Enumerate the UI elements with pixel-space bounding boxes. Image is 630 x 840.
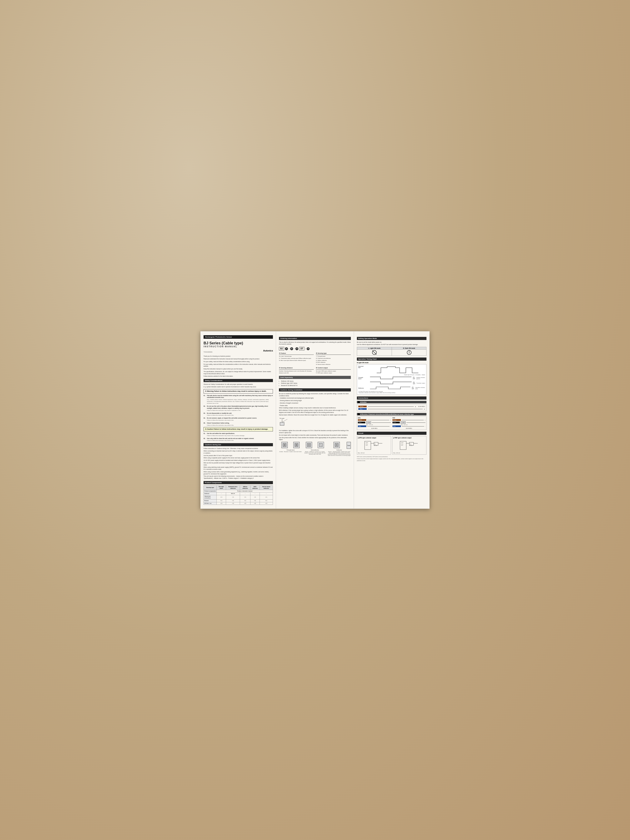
table-col-polarized: Polarized retro-reflective [226,485,240,490]
safety-item-5-detail: Failure to follow this instruction may r… [207,425,234,426]
reflective-wave-container [370,386,411,390]
feature-columns-2: ② Sensing distance Number: Sensing dista… [279,367,351,374]
use-caution-9: This unit may be used in the following e… [204,475,273,479]
mode-table: L: Light ON mode D: Dark ON mode [357,347,426,356]
dark-on-icon [407,350,412,355]
reflective-label: Reflective [328,449,351,451]
install-notes: For installation, tighten the screw with… [279,429,351,441]
product-type: Rectangular Photoelectric Sensor [205,336,271,338]
feature-col-title-1: ① Feature [279,352,314,355]
through-indicator: Stability indicator(green) [416,377,425,379]
sensor-reflective-icon [335,443,339,447]
use-cautions-content: Follow instructions in 'Cautions during … [204,447,273,479]
pnp-black-wire: Black [393,422,400,423]
install-caution-2: - Installation environment and backgroun… [279,397,351,399]
sensing-distance-col: ② Sensing distance Number: Sensing dista… [279,367,314,374]
emitter-connections: ■ Emitter Brown ⊕ 12-24 VDC± Blue ⊖ [357,401,426,411]
pnp-label: PNP [393,417,425,418]
feature-2: G: Transparent glass sensing type (Diffu… [279,357,314,360]
npn-black-wire: Black [358,422,365,423]
install-caution-7: BGS reflective: If the sensing target ha… [279,409,351,414]
sold-separately-header: Sold Separately [279,376,351,379]
install-caution-4: - Direction of target's movement [279,402,351,404]
receiver-wire-diagram: NPN Brown + Black LOAD Max. 100 mA [357,416,426,430]
safety-item-4: 04. Do not connect, repair, or inspect t… [204,417,273,421]
sensing-type-2: R: Polarized retroreflective [316,357,351,360]
receiver-icon [294,443,298,447]
svg-point-4 [284,444,286,446]
reflector-box [318,442,324,448]
pnp-voltage: 12-24 VDC± [393,428,425,429]
safety-item-5-title: Check 'Connections' before wiring. [207,422,229,424]
through-beam-label: Through-beam [279,449,302,451]
received-light-svg [370,366,425,374]
emitter-box [281,442,288,448]
intro-line-2: Read and understand the instruction manu… [204,358,273,360]
timing-indicator-note: • Operation indicator and transistor out… [358,392,425,393]
sensing-dist-title: ② Sensing distance [279,367,314,369]
circuit-header: Circuit [357,432,426,435]
emitter-square-icon [358,401,360,403]
through-beam-wave-container [370,376,412,380]
timing-reflective-row: Reflective ON OFF Operation indicator(re… [358,386,425,390]
dash-3: - [305,348,306,350]
setting-mode-notes: Be sure to set the mode before power-on.… [357,341,426,346]
caution-item-1-title: Use the unit within the rated specificat… [207,433,235,434]
sensor-retro-icon [307,443,311,447]
reflective-timing-label: Reflective [358,387,369,389]
model-bj: BJ [279,347,284,351]
svg-text:OCP: OCP [401,442,404,444]
caution-numbered-list: 01. Use the unit within the rated specif… [204,433,273,442]
circle-3: ③ [295,347,298,350]
pnp-circuit: ■ PNP open collector output OCP SCP Max.… [392,436,426,455]
caution-title: ⚠ Caution Failure to follow instructions… [205,428,272,430]
circle-1: ① [285,347,288,350]
emitter-blue-row: Blue ⊖ [358,408,425,410]
safety-item-2-title: Do not use the unit in the place where f… [207,406,268,409]
use-caution-7: When using switching mode power supply (… [204,466,273,471]
npn-side: NPN Brown + Black LOAD Max. 100 mA [358,417,391,429]
safety-item-5: 05. Check 'Connections' before wiring. F… [204,422,273,426]
pnp-minus: - [425,426,425,427]
caution-label: Caution [207,428,213,430]
npn-brown-line [367,420,389,420]
table-col-bgs: BGS reflective [250,485,260,490]
sensing-type-1: T: Through-beam [316,355,351,357]
pnp-black-row: Black LOAD [393,422,425,423]
svg-point-12 [336,444,337,445]
receiver-title: ■ Receiver, Polarized retroreflective/Di… [357,413,426,415]
timing-subsection: ■ Light ON mode [357,362,426,363]
table-row-screwdriver: Adjustment screwdriver × 1 × 1 × 1 × 1 ×… [204,495,273,500]
npn-brown-row: Brown + [358,419,391,421]
receiver-sides: NPN Brown + Black LOAD Max. 100 mA [358,417,425,429]
feature-col-title-2: ③ Sensing type [316,352,351,355]
transistor-label: Transistor output [417,382,425,384]
table-col-sensing: Sensing type [204,485,217,490]
intro-line-1: Thank you for choosing our Autonics prod… [204,355,273,357]
safety-item-3-title: Do not disassemble or modify the unit. [207,412,232,414]
use-cautions-header: Cautions during Use [204,443,273,446]
safety-item-1: 01. Fail-safe device must be installed w… [204,395,273,404]
transistor-through-wave [370,381,412,385]
target-box: Target [347,442,351,449]
feature-columns: ① Feature No mark: General type G: Trans… [279,352,351,365]
npn-minus: - [390,426,391,427]
install-caution-5: - Feature data [279,404,351,407]
intro-line-4: For your safety, read and follow the con… [204,363,273,368]
caution-item-2-title: Use a dry cloth to clean the unit, and d… [207,438,254,439]
table-row-bracket: Bracket × 1 × 1 × 1 × 1 × 1 [204,499,273,502]
install-caution-8: Narrow beam reflective: Mount the sensor… [279,414,351,416]
right-panel: Setting Operation Mode Be sure to set th… [354,332,429,509]
pnp-brown-row: Brown + [393,419,425,421]
emitter-icon [283,443,287,447]
product-components-table: Sensing type Through-beam Polarized retr… [204,485,273,505]
pnp-circuit-title: ■ PNP open collector output [393,437,425,439]
svg-point-6 [295,444,297,446]
sensing-dist-note: Number: Sensing distance (unit: mm) Numb… [279,370,314,374]
middle-panel: Ordering Information This is only for re… [276,332,354,509]
safety-item-1-detail: (e.g., nuclear power control, medical eq… [207,399,273,404]
use-caution-5: 12-24 VDC power supply should be insulat… [204,459,273,461]
series-title: BJ Series (Cable type) [204,341,273,346]
circle-4: ④ [307,347,309,350]
timing-received-row: Receivedlight Stable light ON area | Uns… [358,366,425,376]
